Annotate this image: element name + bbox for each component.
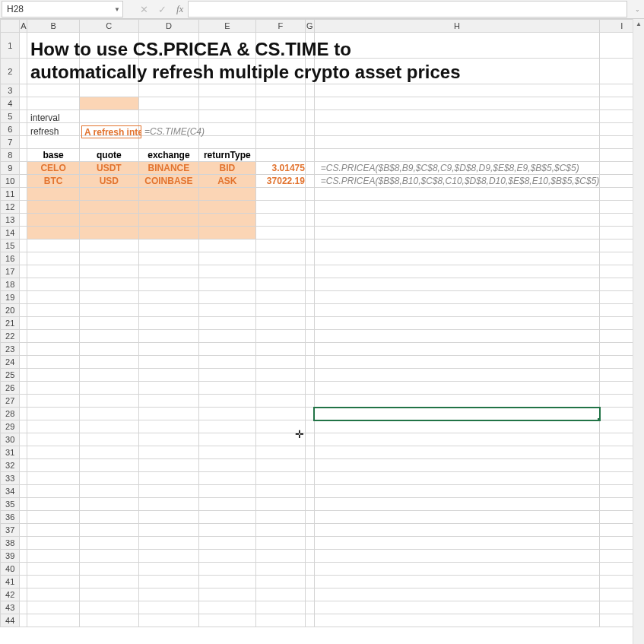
row-header[interactable]: 36 [1, 511, 20, 524]
chevron-down-icon[interactable]: ▼ [112, 6, 122, 13]
row-header[interactable]: 16 [1, 252, 20, 265]
row-header[interactable]: 32 [1, 459, 20, 472]
interval-label: interval [30, 113, 60, 123]
row-header[interactable]: 17 [1, 265, 20, 278]
row-header[interactable]: 37 [1, 524, 20, 537]
row-header[interactable]: 38 [1, 537, 20, 550]
row-header[interactable]: 41 [1, 576, 20, 588]
refresh-value-cell[interactable]: A refresh interv [81, 125, 141, 138]
name-and-formula-bar: H28 ▼ ✕ ✓ fx ⌄ [0, 0, 644, 19]
row-header[interactable]: 35 [1, 498, 20, 511]
name-box[interactable]: H28 ▼ [2, 1, 123, 17]
col-header[interactable]: H [314, 20, 600, 33]
row-header[interactable]: 40 [1, 563, 20, 576]
row-header[interactable]: 7 [1, 136, 20, 149]
spreadsheet-grid[interactable]: A B C D E F G H I 1 2 3 4 5 6 7 8basequo… [0, 19, 644, 644]
row-header[interactable]: 12 [1, 201, 20, 214]
formula-bar-input[interactable] [188, 1, 627, 17]
row-header[interactable]: 43 [1, 601, 20, 614]
row-header[interactable]: 23 [1, 343, 20, 356]
row-header[interactable]: 14 [1, 227, 20, 240]
row-header[interactable]: 27 [1, 395, 20, 408]
row-header[interactable]: 25 [1, 369, 20, 382]
col-header[interactable]: C [79, 20, 138, 33]
row-header[interactable]: 44 [1, 614, 20, 627]
row-header[interactable]: 13 [1, 214, 20, 227]
row-header[interactable]: 26 [1, 382, 20, 395]
row-header[interactable]: 30 [1, 433, 20, 446]
table-row[interactable]: 9CELOUSDTBINANCEBID3.01475=CS.PRICEA($B$… [1, 162, 644, 175]
row-header[interactable]: 33 [1, 472, 20, 485]
row-header[interactable]: 31 [1, 446, 20, 459]
table-row[interactable]: 10BTCUSDCOINBASEASK37022.19=CS.PRICEA($B… [1, 175, 644, 188]
row-header[interactable]: 6 [1, 123, 20, 136]
row-header[interactable]: 22 [1, 330, 20, 343]
cancel-icon: ✕ [137, 4, 151, 15]
cstime-formula-text: =CS.TIME(C4) [144, 126, 205, 137]
refresh-label: refresh [30, 126, 59, 137]
scroll-up-icon[interactable]: ▲ [633, 19, 644, 30]
col-header[interactable]: A [20, 20, 27, 33]
row-header[interactable]: 20 [1, 304, 20, 317]
row-header[interactable]: 39 [1, 550, 20, 563]
row-header[interactable]: 24 [1, 356, 20, 369]
row-header[interactable]: 42 [1, 588, 20, 601]
row-header[interactable]: 5 [1, 110, 20, 123]
col-header[interactable]: F [255, 20, 305, 33]
row-header[interactable]: 9 [1, 162, 20, 175]
row-header[interactable]: 28 [1, 408, 20, 420]
col-header[interactable]: E [199, 20, 255, 33]
col-header[interactable]: D [138, 20, 198, 33]
row-header[interactable]: 2 [1, 59, 20, 84]
page-title-line2: automatically refresh multiple crypto as… [30, 62, 461, 83]
row-header[interactable]: 15 [1, 240, 20, 252]
row-header[interactable]: 29 [1, 420, 20, 433]
col-header[interactable]: G [305, 20, 314, 33]
page-title-line1: How to use CS.PRICEA & CS.TIME to [30, 39, 351, 60]
fx-icon[interactable]: fx [176, 3, 183, 15]
row-header[interactable]: 19 [1, 291, 20, 304]
row-header[interactable]: 11 [1, 188, 20, 201]
row-header[interactable]: 8 [1, 149, 20, 162]
select-all-corner[interactable] [1, 20, 20, 33]
formula-buttons: ✕ ✓ [137, 4, 169, 15]
accept-icon: ✓ [155, 4, 169, 15]
row-header[interactable]: 34 [1, 485, 20, 498]
row-header[interactable]: 3 [1, 84, 20, 97]
row-header[interactable]: 18 [1, 278, 20, 291]
row-header[interactable]: 21 [1, 317, 20, 330]
row-header[interactable]: 1 [1, 33, 20, 59]
row-header[interactable]: 4 [1, 97, 20, 110]
expand-formula-bar-icon[interactable]: ⌄ [632, 6, 642, 13]
name-box-value: H28 [2, 4, 112, 14]
col-header[interactable]: B [27, 20, 79, 33]
selected-cell[interactable] [314, 408, 600, 420]
row-header[interactable]: 10 [1, 175, 20, 188]
vertical-scrollbar[interactable]: ▲ [633, 19, 644, 644]
